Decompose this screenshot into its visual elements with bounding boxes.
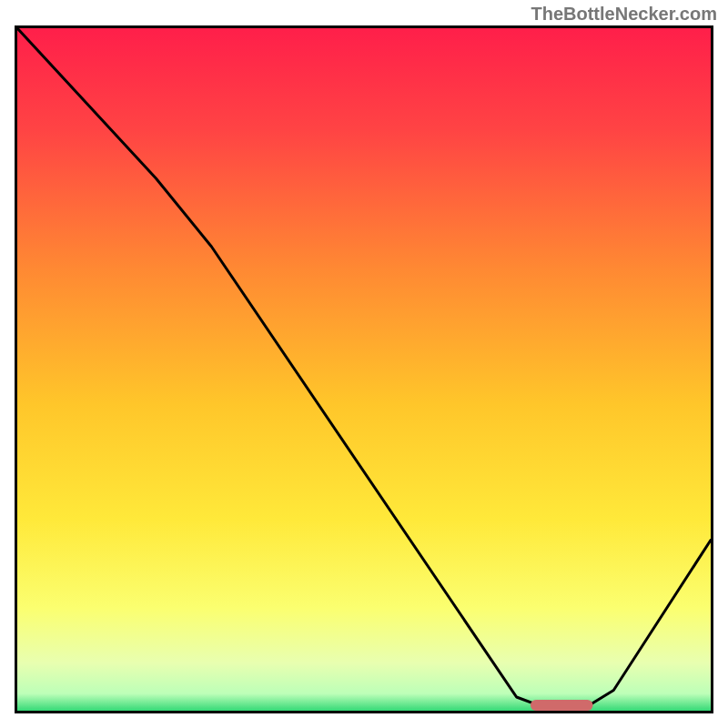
chart-frame — [15, 25, 713, 713]
chart-plot-area — [17, 28, 711, 711]
optimal-marker — [531, 700, 593, 711]
chart-background-gradient — [17, 28, 711, 711]
chart-svg — [17, 28, 711, 711]
watermark-text: TheBottleNecker.com — [531, 4, 717, 25]
